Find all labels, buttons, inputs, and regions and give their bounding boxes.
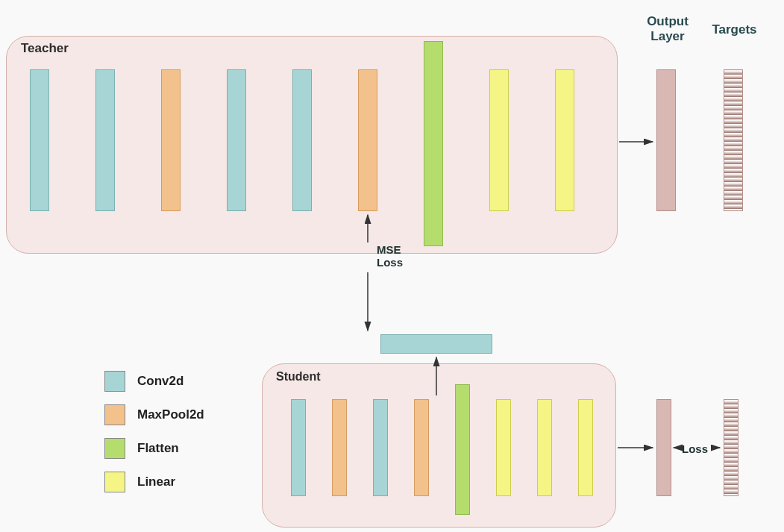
teacher-targets	[724, 69, 743, 211]
student-container	[262, 363, 616, 528]
legend-row-linear: Linear	[104, 472, 204, 492]
legend-label-maxpool: MaxPool2d	[137, 407, 204, 422]
teacher-layer-linear-2	[555, 69, 574, 211]
targets-heading: Targets	[706, 22, 762, 37]
legend-swatch-linear	[104, 472, 125, 492]
student-layer-conv-1	[291, 399, 306, 496]
legend-swatch-maxpool	[104, 404, 125, 425]
teacher-layer-flatten	[424, 41, 443, 246]
legend-swatch-flatten	[104, 438, 125, 459]
teacher-layer-conv-3	[227, 69, 246, 211]
loss-label: Loss	[682, 442, 708, 455]
legend-label-linear: Linear	[137, 475, 175, 489]
mse-loss-label: MSE Loss	[377, 243, 403, 269]
teacher-layer-conv-2	[95, 69, 115, 211]
output-layer-heading: Output Layer	[634, 14, 701, 44]
intermediate-conv-block	[380, 334, 492, 354]
legend-row-conv: Conv2d	[104, 371, 204, 392]
legend-row-flatten: Flatten	[104, 438, 204, 459]
student-title: Student	[276, 370, 321, 384]
teacher-layer-maxpool-1	[161, 69, 181, 211]
student-layer-maxpool-2	[414, 399, 429, 496]
student-layer-linear-3	[578, 399, 593, 496]
teacher-layer-maxpool-2	[358, 69, 377, 211]
legend-label-conv: Conv2d	[137, 374, 184, 389]
teacher-layer-conv-4	[292, 69, 312, 211]
teacher-layer-conv-1	[30, 69, 49, 211]
student-output-layer	[656, 399, 671, 496]
teacher-title: Teacher	[21, 41, 69, 56]
student-layer-conv-2	[373, 399, 388, 496]
legend-swatch-conv	[104, 371, 125, 392]
legend-row-maxpool: MaxPool2d	[104, 404, 204, 425]
legend-label-flatten: Flatten	[137, 441, 179, 456]
student-targets	[724, 399, 738, 496]
legend: Conv2d MaxPool2d Flatten Linear	[104, 371, 204, 505]
teacher-layer-linear-1	[489, 69, 509, 211]
student-layer-maxpool-1	[332, 399, 347, 496]
teacher-output-layer	[656, 69, 676, 211]
student-layer-linear-2	[537, 399, 552, 496]
student-layer-linear-1	[496, 399, 511, 496]
student-layer-flatten	[455, 384, 470, 515]
